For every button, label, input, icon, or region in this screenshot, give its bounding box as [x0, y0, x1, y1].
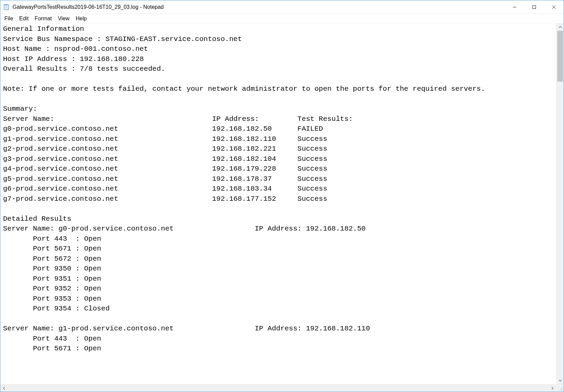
- horizontal-scrollbar[interactable]: [0, 384, 564, 392]
- menu-edit[interactable]: Edit: [17, 15, 31, 22]
- window-controls: [505, 0, 564, 14]
- vertical-scroll-thumb[interactable]: [557, 31, 563, 82]
- menu-file[interactable]: File: [2, 15, 16, 22]
- notepad-window: GatewayPortsTestResults2019-06-16T10_29_…: [0, 0, 564, 392]
- maximize-button[interactable]: [524, 0, 544, 14]
- scroll-right-icon[interactable]: [549, 385, 556, 392]
- vertical-scrollbar[interactable]: [556, 23, 564, 384]
- scroll-left-icon[interactable]: [0, 385, 8, 392]
- menu-view[interactable]: View: [55, 15, 72, 22]
- menu-help[interactable]: Help: [73, 15, 89, 22]
- client-area: General Information Service Bus Namespac…: [0, 23, 564, 384]
- menu-format[interactable]: Format: [32, 15, 55, 22]
- resize-grip-icon[interactable]: [556, 385, 564, 392]
- minimize-button[interactable]: [505, 0, 524, 14]
- svg-rect-1: [4, 4, 8, 6]
- svg-rect-6: [533, 5, 536, 8]
- window-title: GatewayPortsTestResults2019-06-16T10_29_…: [13, 4, 505, 10]
- notepad-icon: [3, 4, 10, 10]
- scroll-up-icon[interactable]: [557, 23, 564, 31]
- text-editor[interactable]: General Information Service Bus Namespac…: [0, 23, 556, 384]
- titlebar[interactable]: GatewayPortsTestResults2019-06-16T10_29_…: [0, 0, 564, 14]
- scroll-down-icon[interactable]: [557, 377, 564, 384]
- menubar: File Edit Format View Help: [0, 14, 564, 23]
- close-button[interactable]: [544, 0, 564, 14]
